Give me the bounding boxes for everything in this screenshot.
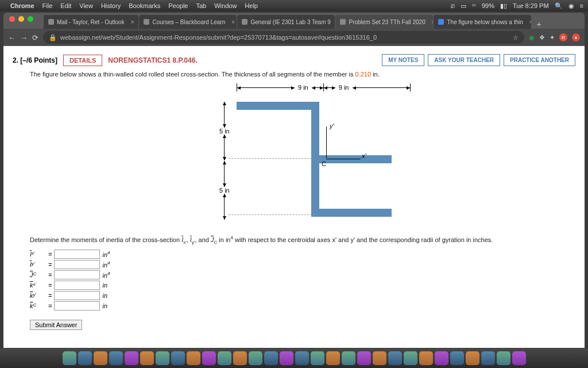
back-button[interactable]: ←: [8, 33, 16, 42]
close-tab-icon[interactable]: ×: [529, 19, 532, 25]
extension-icon[interactable]: ❖: [539, 34, 545, 41]
spotlight-icon[interactable]: 🔍: [555, 2, 563, 10]
menu-tab[interactable]: Tab: [196, 2, 206, 9]
dock-app-icon[interactable]: [125, 351, 138, 365]
question-prompt-2: Determine the moments of inertia of the …: [30, 235, 575, 245]
answer-input-2[interactable]: [54, 270, 100, 279]
dock-app-icon[interactable]: [202, 351, 216, 365]
dock-app-icon[interactable]: [419, 351, 433, 365]
tab-blackboard[interactable]: Courses – Blackboard Learn×: [139, 15, 237, 29]
dock-app-icon[interactable]: [481, 351, 495, 365]
answer-row: Ix'=in4: [30, 250, 575, 259]
menu-history[interactable]: History: [101, 2, 121, 9]
menu-people[interactable]: People: [168, 2, 188, 9]
tab-teams[interactable]: General (IE 2301 Lab 3 Team 9×: [237, 15, 335, 29]
dock-app-icon[interactable]: [264, 351, 278, 365]
wifi-icon[interactable]: ⌔: [472, 2, 476, 9]
dock-app-icon[interactable]: [187, 351, 200, 365]
menu-view[interactable]: View: [79, 2, 93, 9]
extension-badge-icon[interactable]: ●: [572, 33, 580, 41]
dock-app-icon[interactable]: [326, 351, 340, 365]
tab-webassign[interactable]: Problem Set 23 TTh Fall 2020×: [335, 15, 433, 29]
close-tab-icon[interactable]: ×: [131, 19, 134, 25]
ask-teacher-button[interactable]: ASK YOUR TEACHER: [428, 54, 500, 66]
menu-help[interactable]: Help: [245, 2, 258, 9]
dock-app-icon[interactable]: [218, 351, 231, 365]
tab-mail[interactable]: Mail - Taylor, Ret - Outlook×: [44, 15, 138, 29]
question-header: 2. [–/6 Points] DETAILS NORENGSTATICS1 8…: [13, 54, 575, 66]
favicon-icon: [438, 19, 444, 25]
menu-bookmarks[interactable]: Bookmarks: [129, 2, 160, 9]
menu-icon[interactable]: ≡: [580, 2, 583, 9]
favicon-icon: [242, 19, 247, 25]
dock-app-icon[interactable]: [466, 351, 479, 365]
dock-app-icon[interactable]: [140, 351, 154, 365]
answer-symbol: kC: [30, 302, 46, 309]
dock-app-icon[interactable]: [497, 351, 510, 365]
address-bar[interactable]: 🔒 webassign.net/web/Student/Assignment-R…: [43, 31, 524, 44]
dock-app-icon[interactable]: [94, 351, 107, 365]
clock[interactable]: Tue 8:29 PM: [513, 2, 549, 9]
menu-file[interactable]: File: [42, 2, 53, 9]
dim-left-2: 5 in: [219, 187, 230, 194]
practice-another-button[interactable]: PRACTICE ANOTHER: [504, 54, 575, 66]
my-notes-button[interactable]: MY NOTES: [382, 54, 424, 66]
answer-input-3[interactable]: [54, 281, 100, 290]
new-tab-button[interactable]: +: [532, 20, 546, 29]
dock-app-icon[interactable]: [388, 351, 402, 365]
question-source: NORENGSTATICS1 8.P.046.: [108, 56, 197, 64]
y-axis-label: y': [330, 122, 334, 129]
question-points: [–/6 Points]: [20, 56, 57, 64]
answer-unit: in4: [102, 271, 110, 279]
dock-app-icon[interactable]: [512, 351, 526, 365]
tab-figure[interactable]: The figure below shows a thin×: [434, 15, 531, 29]
forward-button[interactable]: →: [20, 33, 28, 42]
cross-section-figure: 9 in 9 in 5 in 5 in y' x' C: [162, 83, 426, 227]
app-name[interactable]: Chrome: [10, 2, 34, 9]
details-button[interactable]: DETAILS: [63, 55, 102, 66]
airplay-icon[interactable]: ▭: [461, 2, 466, 10]
close-window-button[interactable]: [9, 16, 15, 22]
minimize-window-button[interactable]: [18, 16, 24, 22]
dock-app-icon[interactable]: [109, 351, 123, 365]
reload-button[interactable]: ⟳: [32, 33, 38, 42]
dock-app-icon[interactable]: [171, 351, 185, 365]
tab-label: General (IE 2301 Lab 3 Team 9: [250, 19, 330, 25]
dock-app-icon[interactable]: [435, 351, 448, 365]
favicon-icon: [340, 19, 346, 25]
extension-icon[interactable]: ◉: [529, 34, 535, 41]
screen-mirror-icon[interactable]: ⎚: [451, 2, 455, 9]
lock-icon: 🔒: [49, 34, 57, 41]
dock-app-icon[interactable]: [233, 351, 247, 365]
answer-input-4[interactable]: [54, 291, 100, 300]
dock-app-icon[interactable]: [280, 351, 293, 365]
answer-row: Iy'=in4: [30, 260, 575, 269]
dock-app-icon[interactable]: [78, 351, 92, 365]
dock-app-icon[interactable]: [156, 351, 169, 365]
dock-app-icon[interactable]: [404, 351, 417, 365]
extension-badge-icon[interactable]: R: [559, 33, 567, 41]
siri-icon[interactable]: ◉: [568, 2, 574, 10]
menu-edit[interactable]: Edit: [60, 2, 71, 9]
dock-app-icon[interactable]: [373, 351, 386, 365]
answer-input-5[interactable]: [54, 301, 100, 310]
menu-window[interactable]: Window: [214, 2, 237, 9]
star-icon[interactable]: ☆: [513, 34, 519, 41]
dock-app-icon[interactable]: [63, 351, 76, 365]
answer-input-1[interactable]: [54, 260, 100, 269]
dock-app-icon[interactable]: [450, 351, 464, 365]
answer-unit: in4: [102, 260, 110, 269]
extension-puzzle-icon[interactable]: ✦: [550, 34, 555, 41]
submit-answer-button[interactable]: Submit Answer: [30, 320, 82, 330]
close-tab-icon[interactable]: ×: [231, 19, 235, 25]
dock-app-icon[interactable]: [357, 351, 371, 365]
answer-input-0[interactable]: [54, 250, 100, 259]
answer-unit: in: [102, 302, 107, 309]
answer-symbol: ky': [30, 292, 46, 299]
close-tab-icon[interactable]: ×: [432, 19, 434, 25]
dock-app-icon[interactable]: [249, 351, 262, 365]
maximize-window-button[interactable]: [28, 16, 33, 22]
dock-app-icon[interactable]: [295, 351, 309, 365]
dock-app-icon[interactable]: [342, 351, 355, 365]
dock-app-icon[interactable]: [311, 351, 324, 365]
